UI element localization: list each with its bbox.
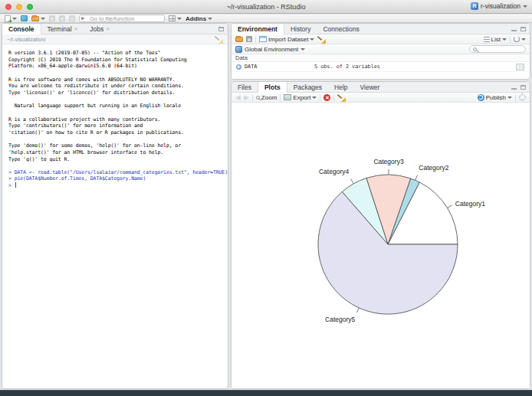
- pie-label-category2: Category2: [419, 164, 448, 172]
- environment-pane: Environment History Connections: [231, 23, 530, 80]
- save-all-icon: [59, 15, 65, 21]
- tab-files[interactable]: Files: [232, 82, 258, 92]
- remove-plot-button[interactable]: ✕: [323, 94, 330, 101]
- chevron-down-icon: [41, 18, 45, 20]
- tab-packages-label: Packages: [294, 83, 322, 91]
- clear-console-broom-icon[interactable]: [215, 35, 223, 44]
- refresh-icon: [514, 36, 520, 42]
- tab-console[interactable]: Console: [2, 24, 41, 34]
- save-workspace-button[interactable]: [246, 36, 252, 42]
- environment-scope-label[interactable]: Global Environment: [245, 46, 298, 53]
- open-file-button[interactable]: [31, 16, 45, 21]
- working-directory: ~/r-visualization/: [7, 37, 46, 42]
- data-object-icon[interactable]: [236, 64, 241, 70]
- minimize-pane-icon[interactable]: [511, 30, 517, 31]
- workspace-panes-button[interactable]: [169, 15, 182, 21]
- environment-scope-row: Global Environment: [232, 44, 530, 54]
- addins-button[interactable]: Addins: [186, 15, 212, 22]
- tab-connections-label: Connections: [323, 25, 359, 33]
- minimize-pane-icon[interactable]: [511, 88, 517, 90]
- view-data-grid-icon[interactable]: [516, 64, 524, 70]
- clear-all-plots-button[interactable]: [337, 93, 346, 102]
- refresh-environment-button[interactable]: [514, 36, 526, 42]
- goto-file-search: [79, 15, 165, 22]
- environment-object-row[interactable]: DATA 5 obs. of 2 variables: [232, 62, 530, 72]
- plots-pane: Files Plots Packages Help Viewer ◀ ▶: [231, 81, 530, 389]
- maximize-pane-icon[interactable]: [521, 85, 526, 90]
- chevron-down-icon: [312, 97, 317, 99]
- open-folder-icon: [31, 16, 39, 21]
- publish-button[interactable]: Publish: [478, 94, 512, 101]
- title-bar: ~/r-visualization - RStudio R r-visualiz…: [0, 0, 532, 14]
- tab-terminal[interactable]: Terminal ×: [41, 24, 84, 34]
- environment-tabstrip: Environment History Connections: [232, 24, 530, 34]
- save-all-button[interactable]: [59, 15, 65, 21]
- tab-plots[interactable]: Plots: [258, 82, 287, 93]
- close-icon[interactable]: ×: [74, 25, 78, 32]
- zoom-label: Zoom: [261, 94, 277, 101]
- data-section-header: Data: [232, 54, 530, 62]
- plots-tabstrip: Files Plots Packages Help Viewer: [232, 82, 530, 93]
- tab-help[interactable]: Help: [328, 82, 353, 92]
- tab-console-label: Console: [8, 25, 34, 33]
- project-icon: R: [471, 2, 478, 10]
- global-environment-icon: [235, 46, 242, 53]
- print-button[interactable]: [69, 15, 75, 21]
- tab-packages[interactable]: Packages: [287, 82, 328, 92]
- tab-plots-label: Plots: [264, 83, 281, 91]
- chevron-down-icon: [177, 18, 182, 20]
- image-icon: [284, 94, 291, 100]
- tab-environment-label: Environment: [238, 25, 277, 33]
- chevron-down-icon: [502, 38, 507, 41]
- close-icon[interactable]: ×: [106, 25, 110, 32]
- maximize-pane-icon[interactable]: [218, 27, 224, 31]
- publish-icon: [478, 94, 484, 101]
- save-icon: [49, 15, 55, 21]
- tab-viewer[interactable]: Viewer: [354, 82, 386, 92]
- chevron-down-icon: [208, 18, 212, 20]
- project-menu[interactable]: R r-visualization: [471, 2, 527, 10]
- maximize-pane-icon[interactable]: [521, 27, 526, 31]
- load-workspace-button[interactable]: [235, 37, 243, 42]
- broom-icon: [317, 35, 326, 44]
- export-plot-button[interactable]: Export: [284, 94, 317, 101]
- chevron-down-icon: [310, 38, 314, 41]
- next-plot-button[interactable]: ▶: [244, 94, 249, 101]
- pie-label-tick: [448, 205, 452, 208]
- window-title: ~/r-visualization - RStudio: [0, 3, 532, 11]
- clear-environment-button[interactable]: [317, 35, 326, 44]
- pie-label-category3: Category3: [373, 158, 403, 165]
- tab-jobs[interactable]: Jobs ×: [84, 24, 116, 34]
- new-file-button[interactable]: [5, 15, 17, 22]
- import-dataset-button[interactable]: Import Dataset: [259, 36, 314, 43]
- tab-connections[interactable]: Connections: [317, 24, 365, 34]
- chevron-down-icon: [300, 48, 305, 51]
- tab-terminal-label: Terminal: [48, 25, 72, 33]
- pie-label-category5: Category5: [325, 316, 355, 323]
- search-icon: [473, 47, 477, 51]
- new-project-button[interactable]: [21, 15, 28, 21]
- env-display-mode-button[interactable]: List: [484, 36, 507, 43]
- print-icon: [69, 15, 75, 21]
- chevron-down-icon: [12, 18, 17, 20]
- tab-environment[interactable]: Environment: [232, 24, 284, 34]
- gear-icon[interactable]: [519, 94, 526, 101]
- console-pathbar: ~/r-visualization/: [2, 34, 228, 44]
- console-output[interactable]: R version 3.6.1 (2019-07-05) -- "Action …: [2, 44, 228, 195]
- object-summary: 5 obs. of 2 variables: [314, 64, 380, 70]
- environment-search-input[interactable]: [469, 45, 526, 53]
- goto-file-input[interactable]: [79, 15, 165, 22]
- list-icon: [484, 37, 490, 42]
- new-project-icon: [21, 15, 28, 21]
- panes-grid-icon: [169, 15, 176, 21]
- addins-label: Addins: [186, 15, 206, 22]
- save-icon: [246, 36, 252, 42]
- pie-label-tick: [351, 179, 354, 184]
- zoom-plot-button[interactable]: Zoom: [256, 94, 277, 101]
- tab-history[interactable]: History: [284, 24, 317, 34]
- tab-viewer-label: Viewer: [360, 83, 380, 91]
- previous-plot-button[interactable]: ◀: [235, 94, 241, 101]
- environment-toolbar: Import Dataset List: [232, 34, 530, 44]
- save-button[interactable]: [49, 15, 55, 21]
- pie-chart-svg: Category1Category2Category3Category4Cate…: [232, 103, 530, 389]
